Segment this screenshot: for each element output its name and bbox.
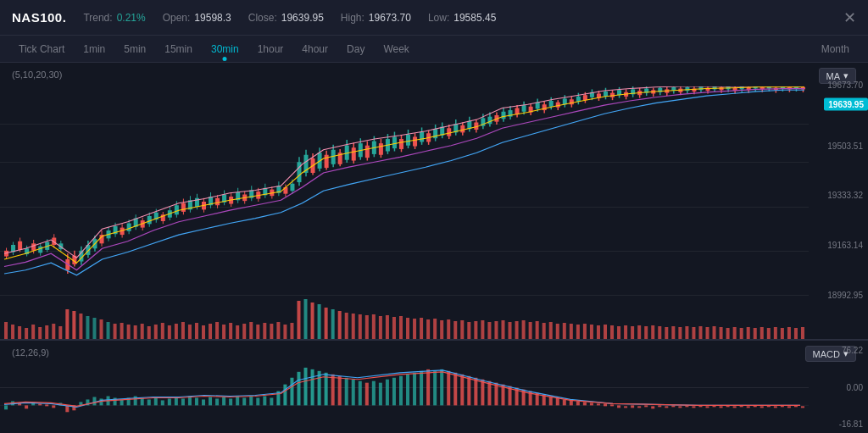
svg-rect-409	[372, 381, 376, 406]
svg-rect-403	[331, 375, 335, 406]
svg-rect-320	[576, 325, 580, 339]
svg-rect-278	[290, 323, 293, 339]
svg-rect-249	[92, 318, 96, 339]
svg-rect-305	[474, 321, 477, 339]
tf-tick[interactable]: Tick Chart	[12, 41, 71, 58]
svg-rect-440	[583, 402, 587, 405]
svg-rect-347	[760, 327, 764, 339]
svg-rect-236	[4, 322, 8, 339]
svg-rect-389	[236, 397, 239, 406]
svg-rect-266	[209, 324, 212, 339]
macd-price-low: -16.81	[839, 419, 863, 429]
svg-rect-334	[671, 326, 675, 339]
svg-rect-464	[747, 406, 750, 408]
svg-rect-381	[181, 398, 185, 405]
low-stat: Low: 19585.45	[428, 12, 496, 24]
svg-rect-291	[379, 316, 382, 339]
volume-chart	[0, 292, 809, 339]
svg-rect-313	[529, 322, 532, 339]
svg-rect-265	[202, 325, 205, 339]
svg-rect-244	[58, 326, 62, 339]
svg-rect-425	[481, 380, 484, 406]
svg-rect-398	[297, 372, 300, 406]
ma-dropdown-icon: ▾	[843, 70, 849, 81]
svg-rect-263	[188, 325, 192, 339]
svg-rect-438	[570, 400, 573, 405]
svg-rect-348	[767, 328, 771, 339]
macd-price-high: 76.22	[842, 345, 863, 354]
svg-rect-300	[440, 320, 443, 339]
close-value: 19639.95	[281, 12, 324, 24]
svg-rect-361	[45, 404, 48, 406]
svg-rect-472	[801, 406, 804, 408]
svg-rect-259	[161, 323, 164, 339]
svg-rect-292	[386, 315, 389, 339]
svg-rect-416	[420, 371, 423, 406]
svg-rect-343	[733, 327, 737, 339]
svg-rect-276	[276, 322, 280, 339]
tf-1min[interactable]: 1min	[76, 41, 112, 58]
high-label: High:	[341, 12, 364, 24]
svg-rect-345	[747, 327, 750, 339]
svg-rect-306	[481, 320, 484, 339]
svg-rect-376	[147, 399, 151, 405]
ma10-line	[4, 87, 804, 263]
trend-label: Trend:	[83, 12, 112, 24]
tf-15min[interactable]: 15min	[158, 41, 199, 58]
tf-day[interactable]: Day	[340, 41, 371, 58]
svg-rect-418	[433, 371, 437, 406]
svg-rect-245	[65, 309, 69, 339]
svg-rect-311	[515, 321, 519, 339]
svg-rect-448	[637, 406, 641, 408]
svg-rect-302	[453, 321, 457, 339]
svg-rect-324	[604, 325, 607, 339]
svg-rect-341	[720, 327, 723, 339]
svg-rect-405	[345, 378, 348, 406]
svg-rect-388	[229, 398, 232, 405]
svg-rect-379	[168, 398, 171, 405]
svg-rect-250	[99, 319, 103, 339]
svg-rect-296	[413, 319, 416, 339]
svg-rect-417	[426, 369, 430, 406]
ma30-line	[4, 90, 804, 275]
svg-rect-318	[563, 323, 566, 339]
svg-rect-307	[487, 322, 491, 339]
svg-rect-241	[38, 327, 42, 339]
svg-rect-445	[617, 405, 620, 408]
svg-rect-290	[372, 314, 376, 339]
svg-rect-286	[345, 313, 348, 339]
svg-rect-385	[209, 397, 212, 405]
svg-rect-272	[249, 322, 253, 339]
svg-rect-301	[447, 319, 450, 339]
svg-rect-282	[318, 304, 321, 339]
tf-1hour[interactable]: 1hour	[251, 41, 291, 58]
tf-month[interactable]: Month	[815, 41, 856, 58]
svg-rect-258	[154, 325, 158, 339]
macd-chart-svg	[0, 359, 809, 433]
candle-group	[4, 86, 805, 274]
main-chart: (5,10,20,30) MA ▾ 19673.70 19639.95 1950…	[0, 63, 868, 340]
tf-30min[interactable]: 30min	[204, 41, 246, 58]
svg-rect-246	[72, 311, 75, 339]
svg-rect-377	[154, 397, 158, 405]
svg-rect-394	[270, 397, 273, 405]
svg-rect-352	[794, 328, 798, 339]
svg-rect-251	[107, 322, 110, 339]
svg-rect-335	[678, 327, 682, 339]
tf-week[interactable]: Week	[376, 41, 415, 58]
svg-rect-252	[114, 324, 117, 339]
svg-rect-254	[127, 325, 131, 339]
trend-value: 0.21%	[117, 12, 146, 24]
tf-4hour[interactable]: 4hour	[295, 41, 335, 58]
svg-rect-456	[692, 406, 695, 408]
ma-indicator-label: (5,10,20,30)	[12, 69, 62, 80]
svg-rect-449	[644, 405, 648, 407]
svg-rect-330	[644, 326, 648, 339]
close-icon[interactable]: ✕	[843, 8, 856, 27]
svg-rect-257	[147, 326, 151, 339]
svg-rect-271	[242, 324, 246, 339]
ma-indicator-btn[interactable]: MA ▾	[819, 68, 857, 84]
tf-5min[interactable]: 5min	[117, 41, 153, 58]
svg-rect-240	[31, 325, 35, 339]
svg-rect-384	[202, 399, 205, 405]
